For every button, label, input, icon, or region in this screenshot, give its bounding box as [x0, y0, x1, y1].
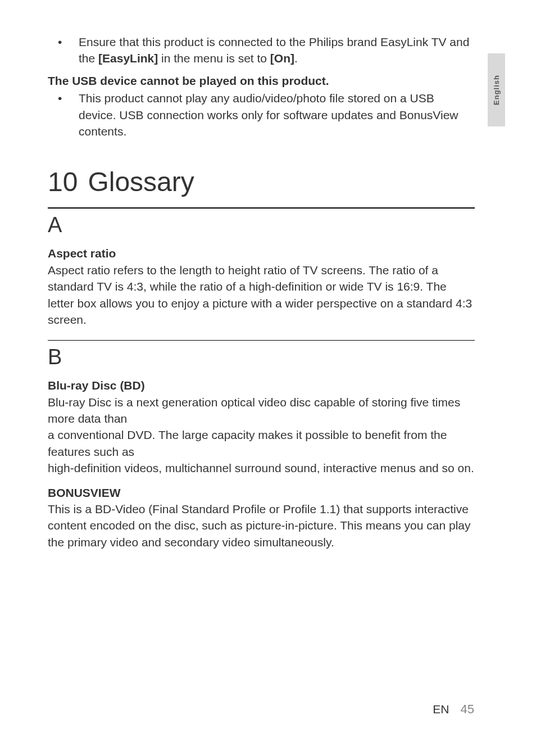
section-letter-b: B [48, 345, 475, 369]
page-content: • Ensure that this product is connected … [48, 34, 475, 550]
bullet-item: • Ensure that this product is connected … [48, 34, 475, 67]
bullet-item: • This product cannot play any audio/vid… [48, 90, 475, 139]
text-fragment: in the menu is set to [158, 52, 270, 65]
language-tab: English [488, 53, 505, 126]
glossary-term: Aspect ratio [48, 245, 475, 261]
text-bold: [EasyLink] [98, 52, 158, 65]
page-footer: EN45 [433, 702, 474, 717]
divider-thick [48, 207, 475, 209]
glossary-definition: Blu-ray Disc is a next generation optica… [48, 394, 475, 477]
document-page: English • Ensure that this product is co… [0, 0, 536, 756]
footer-lang-code: EN [433, 703, 449, 716]
text-fragment: . [294, 52, 298, 65]
troubleshoot-heading: The USB device cannot be played on this … [48, 73, 475, 89]
chapter-heading: 10Glossary [48, 166, 475, 197]
glossary-term: BONUSVIEW [48, 485, 475, 501]
footer-page-number: 45 [461, 702, 474, 716]
chapter-title: Glossary [88, 167, 194, 197]
text-bold: [On] [270, 52, 294, 65]
glossary-term: Blu-ray Disc (BD) [48, 377, 475, 393]
glossary-definition: Aspect ratio refers to the length to hei… [48, 262, 475, 328]
section-letter-a: A [48, 213, 475, 237]
glossary-definition: This is a BD-Video (Final Standard Profi… [48, 501, 475, 550]
bullet-text-easylink: Ensure that this product is connected to… [79, 34, 475, 67]
bullet-text-usb: This product cannot play any audio/video… [79, 90, 475, 139]
bullet-marker: • [48, 34, 79, 67]
divider-thin [48, 340, 475, 341]
chapter-number: 10 [48, 166, 78, 197]
bullet-marker: • [48, 90, 79, 139]
